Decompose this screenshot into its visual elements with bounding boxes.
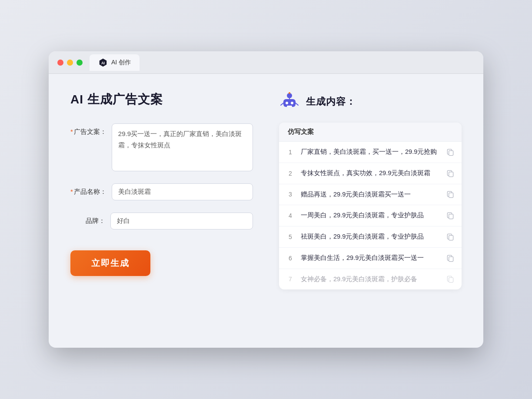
row-text: 祛斑美白，29.9元美白淡斑霜，专业护肤品 — [301, 232, 440, 242]
app-content: AI 生成广告文案 *广告文案： *产品名称： 品牌： 立 — [49, 74, 483, 348]
svg-rect-14 — [449, 214, 453, 219]
row-number: 5 — [286, 233, 295, 240]
copy-icon[interactable] — [446, 211, 455, 220]
product-name-label: *产品名称： — [70, 183, 106, 196]
svg-point-5 — [291, 102, 293, 104]
copy-icon[interactable] — [446, 169, 455, 178]
copy-icon[interactable] — [446, 148, 455, 156]
svg-rect-13 — [449, 193, 453, 198]
product-name-input[interactable] — [112, 183, 253, 200]
result-row: 4一周美白，29.9元美白淡斑霜，专业护肤品 — [279, 205, 462, 226]
row-number: 7 — [286, 276, 295, 283]
brand-group: 品牌： — [70, 213, 253, 229]
row-text: 女神必备，29.9元美白淡斑霜，护肤必备 — [301, 275, 440, 284]
ai-tab[interactable]: AI AI 创作 — [90, 54, 140, 71]
ai-tab-icon: AI — [98, 58, 108, 67]
row-number: 3 — [286, 191, 295, 198]
row-text: 掌握美白生活，29.9元美白淡斑霜买一送一 — [301, 253, 440, 263]
svg-point-8 — [289, 92, 290, 94]
svg-line-10 — [296, 103, 298, 105]
row-number: 1 — [286, 149, 295, 156]
brand-label: 品牌： — [70, 213, 105, 225]
result-table-header: 仿写文案 — [279, 123, 462, 142]
result-row: 2专抹女性斑点，真实功效，29.9元美白淡斑霜 — [279, 163, 462, 184]
traffic-lights — [57, 60, 83, 66]
minimize-button[interactable] — [67, 60, 73, 66]
row-text: 专抹女性斑点，真实功效，29.9元美白淡斑霜 — [301, 169, 440, 178]
generate-button[interactable]: 立即生成 — [70, 250, 150, 276]
result-table: 仿写文案 1厂家直销，美白淡斑霜，买一送一，29.9元抢购 2专抹女性斑点，真实… — [279, 123, 462, 289]
browser-window: AI AI 创作 AI 生成广告文案 *广告文案： *产品名称： — [49, 51, 483, 348]
row-number: 4 — [286, 212, 295, 219]
svg-rect-12 — [449, 172, 453, 176]
robot-icon — [279, 91, 300, 112]
row-text: 一周美白，29.9元美白淡斑霜，专业护肤品 — [301, 211, 440, 220]
svg-rect-17 — [449, 278, 453, 283]
svg-rect-6 — [287, 106, 292, 107]
browser-titlebar: AI AI 创作 — [49, 51, 483, 74]
row-text: 赠品再送，29.9元美白淡斑霜买一送一 — [301, 190, 440, 200]
close-button[interactable] — [57, 60, 63, 66]
result-row: 7女神必备，29.9元美白淡斑霜，护肤必备 — [279, 269, 462, 290]
right-panel: 生成内容： 仿写文案 1厂家直销，美白淡斑霜，买一送一，29.9元抢购 2专抹女… — [279, 91, 462, 326]
product-name-group: *产品名称： — [70, 183, 253, 200]
row-number: 6 — [286, 255, 295, 262]
result-title: 生成内容： — [306, 95, 356, 108]
svg-point-4 — [286, 102, 288, 104]
brand-input[interactable] — [110, 213, 253, 229]
ad-copy-group: *广告文案： — [70, 123, 253, 171]
page-title: AI 生成广告文案 — [70, 91, 253, 108]
svg-rect-16 — [449, 256, 453, 261]
result-rows-container: 1厂家直销，美白淡斑霜，买一送一，29.9元抢购 2专抹女性斑点，真实功效，29… — [279, 142, 462, 289]
copy-icon[interactable] — [446, 190, 455, 199]
svg-rect-15 — [449, 236, 453, 240]
svg-rect-11 — [449, 151, 453, 156]
result-row: 3赠品再送，29.9元美白淡斑霜买一送一 — [279, 184, 462, 206]
copy-icon[interactable] — [446, 275, 455, 283]
result-row: 1厂家直销，美白淡斑霜，买一送一，29.9元抢购 — [279, 142, 462, 163]
maximize-button[interactable] — [76, 60, 83, 66]
copy-icon[interactable] — [446, 254, 455, 263]
row-number: 2 — [286, 170, 295, 177]
tab-label: AI 创作 — [111, 59, 131, 66]
required-mark-ad: * — [70, 128, 73, 135]
ad-copy-label: *广告文案： — [70, 123, 106, 136]
left-panel: AI 生成广告文案 *广告文案： *产品名称： 品牌： 立 — [70, 91, 253, 326]
svg-line-9 — [281, 103, 283, 105]
ad-copy-input[interactable] — [112, 123, 253, 171]
copy-icon[interactable] — [446, 233, 455, 241]
result-header: 生成内容： — [279, 91, 462, 112]
row-text: 厂家直销，美白淡斑霜，买一送一，29.9元抢购 — [301, 147, 440, 157]
required-mark-product: * — [70, 188, 73, 195]
result-row: 5祛斑美白，29.9元美白淡斑霜，专业护肤品 — [279, 226, 462, 248]
result-row: 6掌握美白生活，29.9元美白淡斑霜买一送一 — [279, 248, 462, 269]
svg-text:AI: AI — [101, 61, 105, 65]
